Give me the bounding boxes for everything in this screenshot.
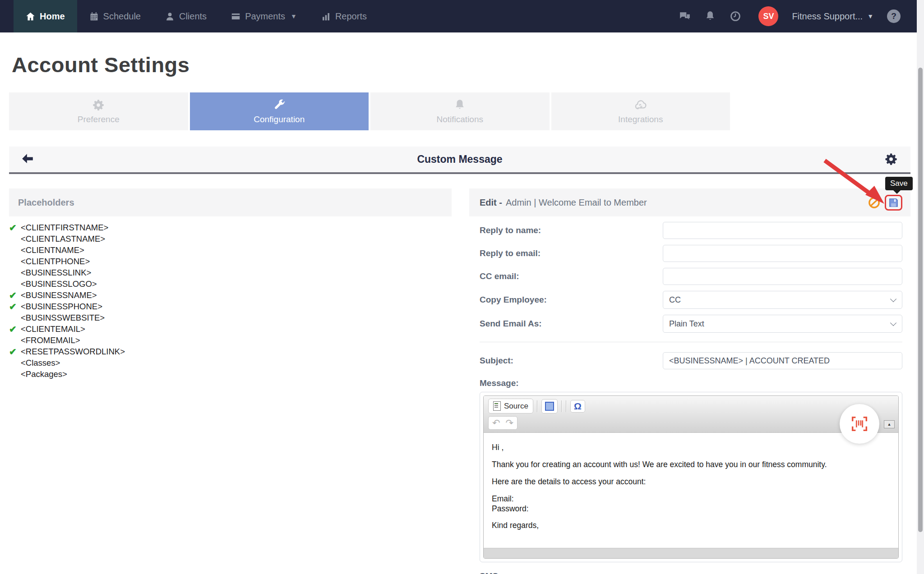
message-body[interactable]: Hi ,Thank you for creating an account wi… [484,432,898,548]
home-icon [26,12,35,21]
source-code-icon [493,401,501,411]
cloud-link-icon [634,99,647,111]
editor-header: Edit - Admin | Welcome Email to Member [469,188,910,216]
placeholder-item[interactable]: ✔<CLIENTPHONE> [9,256,452,267]
placeholder-item[interactable]: ✔<CLIENTLASTNAME> [9,233,452,244]
top-navbar: Home Schedule Clients Payments ▼ Reports [0,0,917,32]
toolbar-collapse-button[interactable]: ▲ [884,420,895,428]
nav-item-home[interactable]: Home [14,0,77,32]
nav-item-label: Reports [335,11,367,22]
nav-item-schedule[interactable]: Schedule [77,0,153,32]
toolbar-row-2: ↶ ↷ [488,416,894,432]
placeholder-item[interactable]: ✔<BUSINESSLOGO> [9,278,452,289]
account-menu[interactable]: Fitness Support... ▼ [792,11,873,22]
placeholders-title: Placeholders [18,197,74,208]
placeholder-item[interactable]: ✔<BUSINESSLINK> [9,267,452,278]
cancel-slash-icon [868,197,880,209]
avatar[interactable]: SV [758,6,778,26]
maximize-icon [545,402,554,411]
nav-item-reports[interactable]: Reports [309,0,379,32]
placeholder-item[interactable]: ✔<CLIENTFIRSTNAME> [9,222,452,233]
nav-item-label: Clients [179,11,207,22]
nav-item-label: Payments [245,11,285,22]
cc-email-field[interactable] [663,268,902,285]
chevron-down-icon [890,320,896,326]
reply-to-name-field[interactable] [663,222,902,239]
cancel-button[interactable] [868,197,880,209]
clients-icon [165,12,175,21]
subject-field[interactable] [663,352,902,369]
chevron-down-icon [890,296,896,302]
check-icon: ✔ [9,346,21,357]
gear-icon [884,152,898,166]
scrollbar-thumb[interactable] [918,68,923,532]
message-paragraph: Hi , [492,443,890,453]
tab-notifications[interactable]: Notifications [370,92,550,130]
reports-icon [321,12,331,21]
message-paragraph: Email:Password: [492,494,890,514]
placeholder-text: <BUSINESSPHONE> [21,302,102,312]
placeholder-item[interactable]: ✔<BUSINESSNAME> [9,289,452,301]
placeholder-item[interactable]: ✔<CLIENTNAME> [9,244,452,256]
notifications-button[interactable] [704,10,716,22]
account-name: Fitness Support... [792,11,863,22]
placeholder-item[interactable]: ✔<Classes> [9,357,452,368]
placeholder-item[interactable]: ✔<Packages> [9,368,452,380]
save-button[interactable] [885,195,902,211]
special-character-button[interactable]: Ω [570,400,585,413]
subject-label: Subject: [480,356,663,366]
send-email-as-select[interactable]: Plain Text [663,315,902,333]
help-button[interactable]: ? [887,9,901,23]
redo-icon[interactable]: ↷ [506,418,514,428]
placeholder-text: <FROMEMAIL> [21,335,80,345]
placeholder-item[interactable]: ✔<BUSINSSWEBSITE> [9,312,452,323]
placeholder-item[interactable]: ✔<FROMEMAIL> [9,335,452,346]
placeholder-text: <CLIENTLASTNAME> [21,234,105,244]
placeholder-item[interactable]: ✔<RESETPASSWORDLINK> [9,346,452,357]
barcode-scanner-badge[interactable] [840,404,879,444]
nav-item-clients[interactable]: Clients [153,0,219,32]
reply-to-email-label: Reply to email: [480,248,663,258]
tab-preference[interactable]: Preference [9,92,188,130]
check-icon: ✔ [9,324,21,335]
undo-redo-group: ↶ ↷ [488,416,517,430]
editor-actions [868,195,902,211]
vertical-scrollbar[interactable] [917,0,924,574]
settings-tabs: Preference Configuration Notifications I… [9,92,730,130]
placeholders-panel: Placeholders ✔<CLIENTFIRSTNAME>✔<CLIENTL… [9,188,452,380]
tab-label: Configuration [254,115,305,124]
message-paragraph: Here are the details to access your acco… [492,477,890,487]
copy-employee-select[interactable]: CC [663,291,902,309]
placeholder-text: <BUSINSSWEBSITE> [21,313,105,323]
omega-icon: Ω [574,403,582,410]
editor-toolbar: Source Ω [484,396,898,432]
editor-footer-bar [484,548,898,558]
copy-employee-value: CC [669,295,681,305]
main-nav: Home Schedule Clients Payments ▼ Reports [14,0,379,32]
back-button[interactable] [21,153,34,165]
calendar-icon [89,12,99,21]
placeholder-item[interactable]: ✔<BUSINESSPHONE> [9,301,452,312]
send-email-as-label: Send Email As: [480,319,663,329]
form-row: Copy Employee: CC [480,291,902,309]
form-divider [480,342,902,342]
tab-configuration[interactable]: Configuration [190,92,369,130]
nav-item-label: Schedule [103,11,141,22]
settings-gear-button[interactable] [884,152,898,166]
sms-label: SMS: [480,571,902,574]
history-button[interactable] [730,10,741,22]
nav-item-payments[interactable]: Payments ▼ [219,0,309,32]
placeholder-item[interactable]: ✔<CLIENTEMAIL> [9,323,452,335]
tab-integrations[interactable]: Integrations [551,92,730,130]
message-label: Message: [480,378,902,388]
message-paragraph: Thank you for creating an account with u… [492,460,890,470]
undo-icon[interactable]: ↶ [492,418,500,428]
clock-icon [730,10,741,22]
placeholders-list: ✔<CLIENTFIRSTNAME>✔<CLIENTLASTNAME>✔<CLI… [9,222,452,380]
source-button[interactable]: Source [488,399,533,413]
reply-to-email-field[interactable] [663,245,902,262]
messages-button[interactable] [679,10,691,22]
check-icon: ✔ [9,290,21,301]
maximize-button[interactable] [541,399,558,413]
save-floppy-icon [888,197,899,208]
